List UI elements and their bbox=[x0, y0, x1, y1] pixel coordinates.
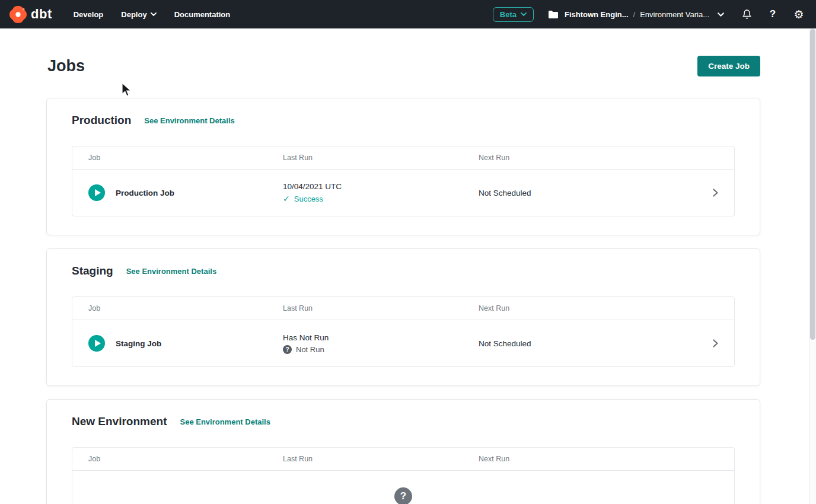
job-row-production[interactable]: Production Job 10/04/2021 UTC ✓ Success … bbox=[72, 170, 734, 216]
column-header-last-run: Last Run bbox=[283, 455, 479, 463]
brand-text: dbt bbox=[31, 7, 52, 22]
job-cell: Production Job bbox=[88, 184, 283, 201]
job-name: Production Job bbox=[116, 189, 174, 197]
column-header-next-run: Next Run bbox=[479, 154, 701, 162]
environment-name: Staging bbox=[72, 264, 113, 277]
run-job-play-button[interactable] bbox=[88, 184, 105, 201]
environment-header: Staging See Environment Details bbox=[72, 264, 735, 277]
nav-links: Develop Deploy Documentation bbox=[74, 10, 231, 19]
create-job-button[interactable]: Create Job bbox=[697, 56, 760, 76]
column-header-job: Job bbox=[88, 455, 283, 463]
breadcrumb: Fishtown Engin... / Environment Varia... bbox=[547, 8, 727, 21]
chevron-right-icon[interactable] bbox=[701, 189, 729, 197]
environment-card-staging: Staging See Environment Details Job Last… bbox=[46, 248, 760, 386]
navbar-right: Beta Fishtown Engin... / Environment Var… bbox=[493, 7, 805, 22]
last-run-cell: Has Not Run ? Not Run bbox=[283, 333, 479, 354]
chevron-down-icon bbox=[151, 12, 157, 16]
last-run-cell: 10/04/2021 UTC ✓ Success bbox=[283, 182, 479, 203]
column-header-next-run: Next Run bbox=[479, 455, 701, 463]
chevron-down-icon[interactable] bbox=[714, 8, 727, 21]
jobs-table: Job Last Run Next Run Staging Job Has No… bbox=[72, 296, 735, 367]
job-row-staging[interactable]: Staging Job Has Not Run ? Not Run Not Sc… bbox=[72, 320, 734, 366]
run-job-play-button[interactable] bbox=[88, 335, 105, 352]
empty-jobs-body: ? bbox=[72, 471, 734, 504]
see-environment-details-link[interactable]: See Environment Details bbox=[126, 267, 216, 276]
environment-name: New Environment bbox=[72, 415, 167, 428]
breadcrumb-current[interactable]: Environment Varia... bbox=[640, 10, 709, 19]
question-circle-icon: ? bbox=[394, 487, 412, 504]
beta-dropdown[interactable]: Beta bbox=[493, 7, 534, 22]
chevron-down-icon bbox=[521, 12, 527, 16]
dbt-logo-icon bbox=[9, 6, 27, 23]
jobs-table-header: Job Last Run Next Run bbox=[72, 146, 734, 170]
success-check-icon: ✓ bbox=[283, 194, 290, 203]
nav-item-deploy[interactable]: Deploy bbox=[121, 10, 156, 19]
not-run-question-icon: ? bbox=[283, 345, 292, 354]
column-header-job: Job bbox=[88, 154, 283, 162]
folder-icon bbox=[547, 8, 560, 21]
jobs-table-header: Job Last Run Next Run bbox=[72, 297, 734, 320]
page-header: Jobs Create Job bbox=[0, 28, 816, 76]
last-run-status: ? Not Run bbox=[283, 345, 479, 354]
next-run-cell: Not Scheduled bbox=[479, 189, 701, 197]
settings-gear-icon[interactable]: ⚙ bbox=[792, 8, 805, 21]
see-environment-details-link[interactable]: See Environment Details bbox=[180, 417, 270, 426]
environment-name: Production bbox=[72, 114, 131, 127]
next-run-cell: Not Scheduled bbox=[479, 339, 701, 348]
environment-header: New Environment See Environment Details bbox=[72, 415, 735, 428]
nav-item-develop[interactable]: Develop bbox=[74, 10, 104, 19]
environment-header: Production See Environment Details bbox=[72, 114, 735, 127]
nav-item-documentation[interactable]: Documentation bbox=[174, 10, 231, 19]
last-run-date: 10/04/2021 UTC bbox=[283, 182, 479, 191]
help-icon[interactable]: ? bbox=[766, 8, 779, 21]
top-navbar: dbt Develop Deploy Documentation Beta Fi… bbox=[0, 0, 816, 28]
job-name: Staging Job bbox=[116, 339, 161, 348]
job-cell: Staging Job bbox=[88, 335, 283, 352]
last-run-date: Has Not Run bbox=[283, 333, 479, 342]
environment-card-production: Production See Environment Details Job L… bbox=[46, 98, 760, 235]
breadcrumb-separator: / bbox=[633, 10, 636, 19]
notifications-bell-icon[interactable] bbox=[740, 8, 753, 21]
jobs-table: Job Last Run Next Run Production Job 10/… bbox=[72, 146, 735, 216]
dbt-logo[interactable]: dbt bbox=[9, 6, 52, 23]
column-header-last-run: Last Run bbox=[283, 304, 479, 312]
last-run-status: ✓ Success bbox=[283, 194, 479, 203]
vertical-scrollbar-thumb[interactable] bbox=[810, 29, 815, 340]
status-label: Success bbox=[294, 194, 323, 203]
page-title: Jobs bbox=[47, 57, 85, 75]
environment-card-new-environment: New Environment See Environment Details … bbox=[46, 399, 760, 504]
jobs-table-header: Job Last Run Next Run bbox=[72, 448, 734, 471]
jobs-table: Job Last Run Next Run ? bbox=[72, 447, 735, 504]
column-header-last-run: Last Run bbox=[283, 154, 479, 162]
column-header-job: Job bbox=[88, 304, 283, 312]
status-label: Not Run bbox=[296, 345, 324, 354]
vertical-scrollbar-track[interactable] bbox=[809, 28, 816, 504]
column-header-next-run: Next Run bbox=[479, 304, 701, 312]
jobs-content: Production See Environment Details Job L… bbox=[0, 98, 816, 504]
chevron-right-icon[interactable] bbox=[701, 339, 729, 347]
mouse-cursor bbox=[122, 82, 132, 99]
see-environment-details-link[interactable]: See Environment Details bbox=[144, 116, 234, 125]
breadcrumb-project[interactable]: Fishtown Engin... bbox=[565, 10, 629, 19]
